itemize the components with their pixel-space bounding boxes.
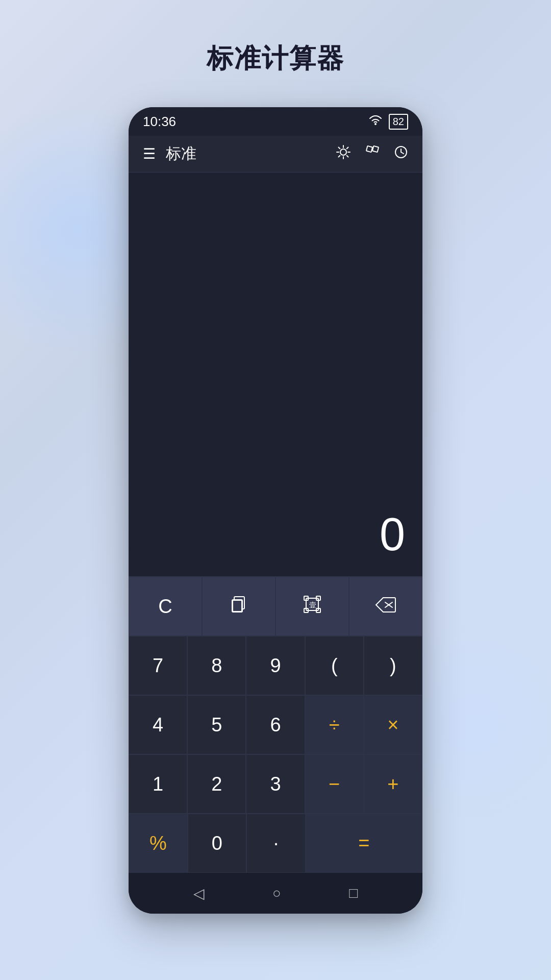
backspace-icon (375, 596, 396, 618)
svg-line-13 (401, 152, 404, 154)
clear-label: C (158, 596, 172, 618)
recent-button[interactable]: □ (349, 885, 358, 901)
keyboard: C (129, 576, 422, 873)
svg-rect-9 (366, 146, 372, 152)
menu-icon[interactable]: ☰ (143, 145, 156, 162)
svg-line-5 (339, 148, 340, 149)
key-1[interactable]: 1 (129, 754, 187, 814)
key-minus[interactable]: − (305, 754, 364, 814)
header-title: 标准 (166, 143, 325, 164)
ocr-icon: 壹 (302, 594, 322, 619)
svg-line-7 (339, 156, 340, 157)
key-dot[interactable]: · (246, 814, 306, 873)
wifi-icon (368, 114, 383, 129)
svg-rect-10 (372, 146, 379, 152)
key-8[interactable]: 8 (187, 636, 246, 695)
svg-line-8 (347, 148, 348, 149)
key-row-2: 7 8 9 ( ) (129, 636, 422, 695)
svg-rect-16 (233, 600, 242, 611)
bottom-nav: ◁ ○ □ (129, 873, 422, 914)
status-icons: 82 (368, 114, 408, 130)
key-3[interactable]: 3 (246, 754, 305, 814)
svg-point-0 (340, 149, 346, 155)
brightness-icon[interactable] (336, 144, 351, 163)
key-divide[interactable]: ÷ (305, 695, 364, 754)
status-bar: 10:36 82 (129, 107, 422, 136)
ocr-button[interactable]: 壹 (276, 577, 349, 636)
key-5[interactable]: 5 (187, 695, 246, 754)
app-header: ☰ 标准 (129, 136, 422, 173)
status-time: 10:36 (143, 114, 176, 130)
page-title: 标准计算器 (207, 41, 344, 77)
key-percent[interactable]: % (129, 814, 188, 873)
key-0[interactable]: 0 (188, 814, 247, 873)
home-button[interactable]: ○ (272, 885, 281, 901)
key-multiply[interactable]: × (364, 695, 422, 754)
key-7[interactable]: 7 (129, 636, 187, 695)
svg-text:壹: 壹 (309, 601, 316, 609)
copy-icon (229, 595, 248, 619)
theme-icon[interactable] (365, 145, 380, 163)
header-actions (336, 144, 408, 163)
display-number: 0 (380, 508, 404, 561)
key-equals[interactable]: = (306, 814, 422, 873)
battery-icon: 82 (389, 114, 408, 130)
key-9[interactable]: 9 (246, 636, 305, 695)
key-lparen[interactable]: ( (305, 636, 364, 695)
key-row-3: 4 5 6 ÷ × (129, 695, 422, 754)
backspace-button[interactable] (349, 577, 422, 636)
key-row-1: C (129, 577, 422, 636)
key-row-5: % 0 · = (129, 814, 422, 873)
key-rparen[interactable]: ) (364, 636, 422, 695)
copy-button[interactable] (202, 577, 276, 636)
history-icon[interactable] (394, 145, 408, 163)
phone-frame: 10:36 82 ☰ 标准 (129, 107, 422, 914)
back-button[interactable]: ◁ (193, 885, 205, 902)
clear-button[interactable]: C (129, 577, 202, 636)
svg-line-6 (347, 156, 348, 157)
key-row-4: 1 2 3 − + (129, 754, 422, 814)
key-2[interactable]: 2 (187, 754, 246, 814)
display-area: 0 (129, 173, 422, 576)
key-plus[interactable]: + (364, 754, 422, 814)
key-4[interactable]: 4 (129, 695, 187, 754)
key-6[interactable]: 6 (246, 695, 305, 754)
